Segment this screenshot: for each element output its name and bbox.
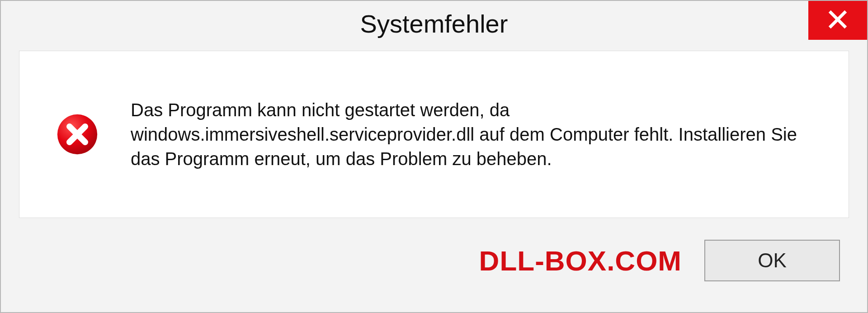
dialog-footer: DLL-BOX.COM OK [1,218,867,312]
close-icon [827,9,848,32]
content-panel: Das Programm kann nicht gestartet werden… [19,51,849,218]
titlebar: Systemfehler [1,1,867,46]
ok-button[interactable]: OK [704,240,840,281]
close-button[interactable] [808,1,867,40]
watermark-text: DLL-BOX.COM [479,245,682,277]
error-dialog: Systemfehler [0,0,868,313]
dialog-title: Systemfehler [360,9,508,38]
error-icon [56,113,99,156]
error-message: Das Programm kann nicht gestartet werden… [131,98,821,171]
